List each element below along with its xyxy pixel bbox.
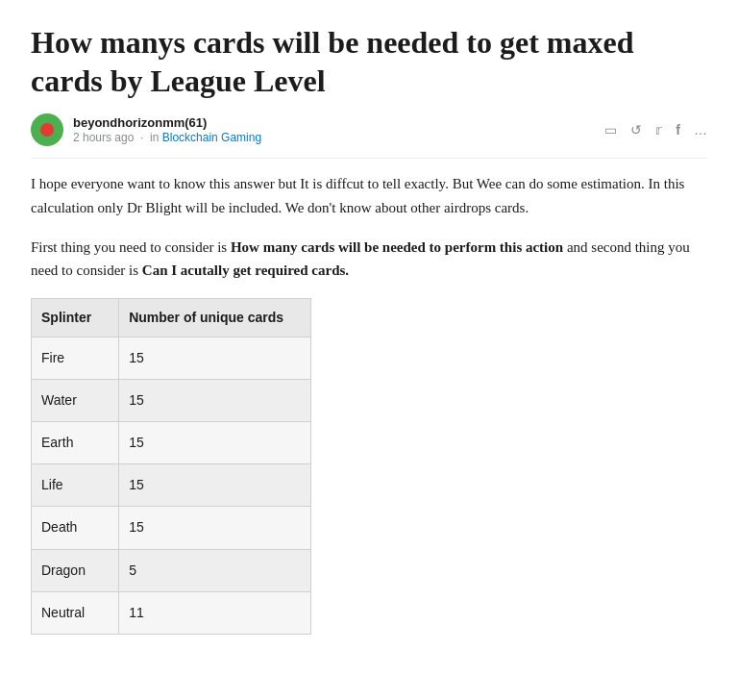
table-row: Earth15: [32, 422, 311, 464]
splinter-cell: Water: [32, 380, 119, 422]
paragraph2-bold1: How many cards will be needed to perform…: [231, 239, 563, 255]
splinter-cell: Life: [32, 464, 119, 507]
table-row: Life15: [32, 464, 311, 507]
col-count-header: Number of unique cards: [119, 299, 311, 338]
table-row: Neutral11: [32, 591, 311, 634]
count-cell: 15: [119, 464, 311, 507]
author-row: beyondhorizonmm(61) 2 hours ago · in Blo…: [31, 113, 707, 159]
count-cell: 15: [119, 422, 311, 464]
splinter-table: Splinter Number of unique cards Fire15Wa…: [31, 298, 311, 635]
paragraph-2: First thing you need to consider is How …: [31, 236, 707, 284]
author-meta: 2 hours ago · in Blockchain Gaming: [73, 131, 261, 144]
paragraph2-bold2: Can I acutally get required cards.: [142, 262, 349, 278]
action-icons: ▭ ↺ 𝕣 f …: [604, 122, 707, 138]
avatar: [31, 113, 63, 146]
more-options-icon[interactable]: …: [694, 122, 707, 138]
col-splinter-header: Splinter: [32, 299, 119, 338]
author-info: beyondhorizonmm(61) 2 hours ago · in Blo…: [73, 115, 261, 144]
reddit-share-icon[interactable]: ↺: [630, 122, 642, 138]
table-header: Splinter Number of unique cards: [32, 299, 311, 338]
article-body: I hope everyone want to know this answer…: [31, 172, 707, 635]
bookmark-icon[interactable]: ▭: [604, 122, 617, 138]
twitter-share-icon[interactable]: 𝕣: [655, 122, 662, 138]
splinter-cell: Fire: [32, 338, 119, 380]
community-link[interactable]: Blockchain Gaming: [162, 131, 261, 144]
table-row: Fire15: [32, 338, 311, 380]
article-title: How manys cards will be needed to get ma…: [31, 23, 707, 100]
paragraph2-prefix: First thing you need to consider is: [31, 239, 231, 255]
splinter-cell: Death: [32, 507, 119, 549]
splinter-cell: Neutral: [32, 591, 119, 634]
author-name[interactable]: beyondhorizonmm(61): [73, 115, 261, 130]
facebook-share-icon[interactable]: f: [676, 122, 680, 138]
count-cell: 11: [119, 591, 311, 634]
splinter-cell: Earth: [32, 422, 119, 464]
count-cell: 15: [119, 338, 311, 380]
table-row: Death15: [32, 507, 311, 549]
avatar-inner-dot: [40, 123, 54, 137]
count-cell: 15: [119, 507, 311, 549]
count-cell: 5: [119, 549, 311, 591]
splinter-cell: Dragon: [32, 549, 119, 591]
author-username: beyondhorizonmm: [73, 115, 184, 130]
paragraph-1: I hope everyone want to know this answer…: [31, 172, 707, 220]
count-cell: 15: [119, 380, 311, 422]
table-row: Water15: [32, 380, 311, 422]
table-body: Fire15Water15Earth15Life15Death15Dragon5…: [32, 338, 311, 635]
table-row: Dragon5: [32, 549, 311, 591]
author-karma: (61): [184, 115, 207, 130]
post-time: 2 hours ago: [73, 131, 134, 144]
